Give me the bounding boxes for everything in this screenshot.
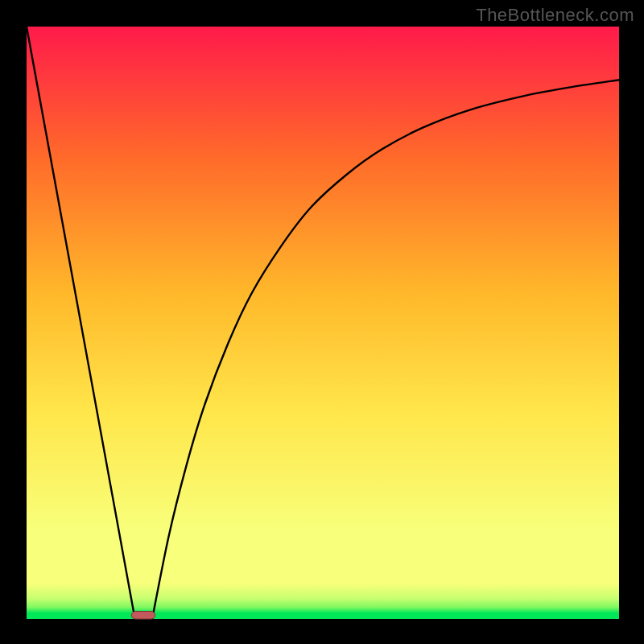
watermark-text: TheBottleneck.com	[476, 5, 634, 26]
chart-frame: TheBottleneck.com	[0, 0, 644, 644]
bottleneck-chart	[0, 0, 644, 644]
plot-background	[27, 27, 619, 619]
optimum-marker	[131, 611, 155, 619]
